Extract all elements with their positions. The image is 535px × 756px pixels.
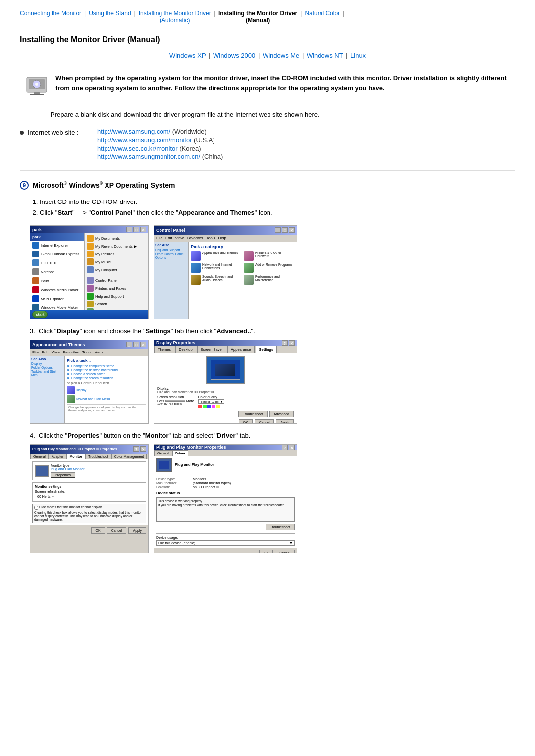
app-cp-display-icon <box>67 386 75 394</box>
disp-tab-screensaver[interactable]: Screen Saver <box>197 346 226 353</box>
cp-menu-edit[interactable]: Edit <box>165 236 172 240</box>
samsung-usa-link[interactable]: http://www.samsung.com/monitor <box>97 136 192 144</box>
cp-cat-network[interactable]: Network and Internet Connections <box>191 263 242 273</box>
mp-ok-btn[interactable]: OK <box>91 527 105 534</box>
app-task-4[interactable]: 🖥 Change the screen resolution <box>67 376 146 380</box>
app-menu-view[interactable]: View <box>52 350 60 354</box>
pp-close-btn[interactable]: ✕ <box>289 445 295 450</box>
mp-tab-color[interactable]: Color Management <box>111 454 147 459</box>
sm-notepad-label: Notepad <box>41 270 54 274</box>
cp-menu-file[interactable]: File <box>156 236 162 240</box>
disp-close-btn[interactable]: ✕ <box>289 340 295 346</box>
monitor-props-close-btn[interactable]: ✕ <box>140 446 146 452</box>
mp-hide-modes-checkbox[interactable] <box>34 506 38 510</box>
disp-tab-appearance[interactable]: Appearance <box>227 346 254 353</box>
os-link-linux[interactable]: Linux <box>350 52 366 59</box>
pp-cancel-btn[interactable]: Cancel <box>275 550 295 553</box>
app-menu-file[interactable]: File <box>32 350 39 354</box>
disp-res-low: Less <box>157 399 164 403</box>
cp-menu-view[interactable]: View <box>175 236 184 240</box>
mp-apply-btn[interactable]: Apply <box>128 527 146 534</box>
mp-cancel-btn[interactable]: Cancel <box>107 527 127 534</box>
nav-installing-manual[interactable]: Installing the Monitor Driver <box>218 10 297 17</box>
sm-help-label: Help and Support <box>95 294 124 299</box>
pp-troubleshoot-btn[interactable]: Troubleshoot <box>266 524 295 530</box>
mp-tab-troubleshoot[interactable]: Troubleshoot <box>85 454 111 459</box>
mp-tab-monitor[interactable]: Monitor <box>66 454 85 459</box>
win-maximize-btn[interactable]: □ <box>133 227 139 232</box>
samsung-china-link[interactable]: http://www.samsungmonitor.com.cn/ <box>97 153 200 160</box>
disp-tab-desktop[interactable]: Desktop <box>175 346 196 353</box>
pp-device-header: Plug and Play Monitor <box>156 458 295 472</box>
app-menu-help[interactable]: Help <box>94 350 102 354</box>
cp-cat-appearance[interactable]: Appearance and Themes <box>191 251 242 261</box>
disp-troubleshoot-btn[interactable]: Troubleshoot <box>238 411 268 417</box>
cp-maximize-btn[interactable]: □ <box>282 227 288 233</box>
pp-help-btn[interactable]: ? <box>282 445 288 450</box>
pp-tab-driver[interactable]: Driver <box>172 450 188 456</box>
disp-res-track[interactable] <box>165 400 185 402</box>
monitor-props-help-btn[interactable]: ? <box>133 446 139 452</box>
nav-installing-auto[interactable]: Installing the Monitor Driver <box>139 10 211 17</box>
app-menu-favorites[interactable]: Favorites <box>63 350 79 354</box>
app-task-2[interactable]: 🖥 Change the desktop background <box>67 368 146 372</box>
monitor-props-title-text: Plug and Play Monitor and 3D Prophet III… <box>32 447 117 451</box>
cp-cat-add-remove[interactable]: Add or Remove Programs <box>244 263 295 273</box>
cp-menu-favorites[interactable]: Favorites <box>187 236 203 240</box>
sm-help-icon <box>87 293 94 300</box>
nav-connecting[interactable]: Connecting the Monitor <box>20 10 81 17</box>
cp-help-link[interactable]: Help and Support <box>155 248 187 252</box>
mp-tab-general[interactable]: General <box>30 454 49 459</box>
win-minimize-btn[interactable]: _ <box>126 227 132 232</box>
disp-advanced-btn[interactable]: Advanced <box>269 411 294 417</box>
disp-apply-btn[interactable]: Apply <box>276 419 294 424</box>
app-folder-link[interactable]: Folder Options <box>31 366 63 369</box>
nav-installing-auto-sub[interactable]: (Automatic) <box>160 17 190 24</box>
app-maximize-btn[interactable]: □ <box>133 342 139 347</box>
os-link-winnt[interactable]: Windows NT <box>307 52 343 59</box>
pp-device-usage-dropdown[interactable]: Use this device (enable) ▼ <box>156 540 295 546</box>
app-close-btn[interactable]: ✕ <box>140 342 146 347</box>
start-button[interactable]: start <box>32 311 48 318</box>
cp-menu-tools[interactable]: Tools <box>206 236 215 240</box>
disp-help-btn[interactable]: ? <box>282 340 288 346</box>
app-display-link[interactable]: Display <box>31 362 63 365</box>
mp-refresh-dropdown[interactable]: 60 Hertz ▼ <box>35 494 74 499</box>
app-cp-taskbar-item[interactable]: Taskbar and Start Menu <box>67 395 146 403</box>
cp-network-icon <box>191 263 201 273</box>
app-cp-display-item[interactable]: Display <box>67 386 146 394</box>
pp-ok-btn[interactable]: OK <box>259 550 273 553</box>
nav-using-stand[interactable]: Using the Stand <box>89 10 131 17</box>
mp-properties-btn[interactable]: Properties <box>51 472 75 478</box>
samsung-korea-link[interactable]: http://www.sec.co.kr/monitor <box>97 145 178 152</box>
app-menu-tools[interactable]: Tools <box>82 350 92 354</box>
pp-tab-general[interactable]: General <box>154 450 172 456</box>
os-link-winme[interactable]: Windows Me <box>263 52 299 59</box>
os-link-win2000[interactable]: Windows 2000 <box>213 52 255 59</box>
samsung-worldwide-link[interactable]: http://www.samsung.com/ <box>97 128 170 135</box>
win-close-btn[interactable]: ✕ <box>140 227 146 232</box>
cp-cat-printers[interactable]: Printers and Other Hardware <box>244 251 295 261</box>
app-pick-task: Pick a task... <box>67 358 146 363</box>
app-minimize-btn[interactable]: _ <box>126 342 132 347</box>
disp-color-dropdown[interactable]: Highest (32 bit) ▼ <box>198 399 225 404</box>
cp-close-btn[interactable]: ✕ <box>289 227 295 233</box>
nav-natural-color[interactable]: Natural Color <box>305 10 340 17</box>
os-link-winxp[interactable]: Windows XP <box>169 52 206 59</box>
pp-device-icon <box>156 458 172 472</box>
cp-cat-performance[interactable]: Performance and Maintenance <box>244 275 295 285</box>
app-task-3[interactable]: 🖥 Choose a screen saver <box>67 372 146 376</box>
cp-cat-sounds[interactable]: Sounds, Speech, and Audio Devices <box>191 275 242 285</box>
app-taskbar-link[interactable]: Taskbar and Start Menu <box>31 370 63 377</box>
cp-menu-help[interactable]: Help <box>218 236 226 240</box>
disp-tab-themes[interactable]: Themes <box>154 346 174 353</box>
disp-tab-settings[interactable]: Settings <box>256 346 277 353</box>
nav-installing-manual-sub[interactable]: (Manual) <box>246 17 270 24</box>
app-task-1[interactable]: 🖥 Change the computer's theme <box>67 364 146 368</box>
cp-other-link[interactable]: Other Control Panel Options <box>155 252 187 259</box>
disp-ok-btn[interactable]: OK <box>239 419 253 424</box>
app-menu-edit[interactable]: Edit <box>42 350 49 354</box>
disp-cancel-btn[interactable]: Cancel <box>255 419 274 424</box>
cp-minimize-btn[interactable]: _ <box>275 227 281 233</box>
mp-tab-adapter[interactable]: Adapter <box>49 454 67 459</box>
